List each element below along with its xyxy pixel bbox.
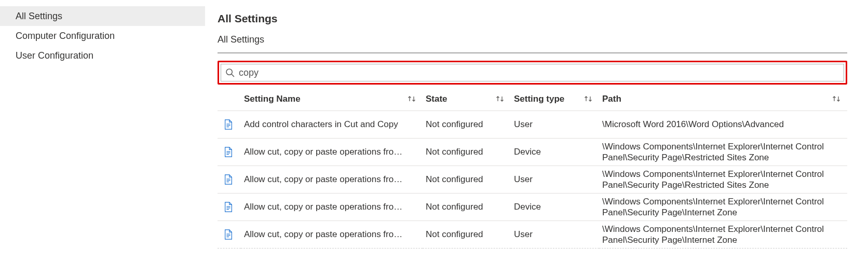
cell-setting-name: Allow cut, copy or paste operations fro…: [244, 202, 419, 212]
column-header-setting-name[interactable]: Setting Name: [241, 89, 423, 111]
cell-path: \Windows Components\Internet Explorer\In…: [602, 224, 824, 245]
search-input[interactable]: [235, 67, 839, 78]
sidebar-item-all-settings[interactable]: All Settings: [0, 6, 205, 26]
search-highlight-box: [218, 61, 847, 85]
cell-state: Not configured: [426, 119, 483, 129]
breadcrumb[interactable]: All Settings: [218, 34, 847, 45]
divider: [218, 52, 847, 53]
main-panel: All Settings All Settings Setting Name: [205, 0, 868, 262]
cell-path: \Windows Components\Internet Explorer\In…: [602, 142, 824, 162]
document-icon: [224, 202, 233, 212]
document-icon: [224, 119, 233, 130]
cell-setting-type: Device: [514, 147, 541, 157]
column-header-label: Setting type: [514, 94, 564, 104]
cell-setting-type: User: [514, 229, 533, 239]
svg-line-1: [232, 74, 234, 77]
table-row[interactable]: Allow cut, copy or paste operations fro……: [218, 221, 847, 249]
cell-setting-type: User: [514, 119, 533, 129]
column-header-icon: [218, 89, 241, 111]
table-row[interactable]: Add control characters in Cut and Copy N…: [218, 111, 847, 139]
column-header-state[interactable]: State: [423, 89, 511, 111]
sidebar-item-computer-configuration[interactable]: Computer Configuration: [0, 26, 205, 46]
cell-setting-name: Allow cut, copy or paste operations fro…: [244, 174, 419, 185]
document-icon: [224, 229, 233, 240]
settings-table-body: Add control characters in Cut and Copy N…: [218, 111, 847, 249]
cell-path: \Microsoft Word 2016\Word Options\Advanc…: [602, 119, 784, 129]
document-icon: [224, 174, 233, 185]
table-row[interactable]: Allow cut, copy or paste operations fro……: [218, 194, 847, 221]
column-header-path[interactable]: Path: [599, 89, 847, 111]
sidebar-item-user-configuration[interactable]: User Configuration: [0, 46, 205, 65]
cell-state: Not configured: [426, 174, 483, 184]
cell-path: \Windows Components\Internet Explorer\In…: [602, 169, 824, 190]
cell-setting-name: Allow cut, copy or paste operations fro…: [244, 229, 419, 240]
cell-setting-type: User: [514, 174, 533, 184]
page-title: All Settings: [218, 12, 847, 25]
table-row[interactable]: Allow cut, copy or paste operations fro……: [218, 139, 847, 166]
column-header-label: State: [426, 94, 447, 104]
table-row[interactable]: Allow cut, copy or paste operations fro……: [218, 166, 847, 194]
svg-point-0: [226, 69, 232, 75]
sort-icon[interactable]: [407, 95, 417, 106]
cell-state: Not configured: [426, 147, 483, 157]
sort-icon[interactable]: [832, 95, 842, 106]
cell-setting-name: Allow cut, copy or paste operations fro…: [244, 147, 419, 157]
sidebar: All Settings Computer Configuration User…: [0, 0, 205, 262]
sort-icon[interactable]: [584, 95, 594, 106]
sort-icon[interactable]: [495, 95, 506, 106]
cell-setting-type: Device: [514, 202, 541, 212]
cell-path: \Windows Components\Internet Explorer\In…: [602, 197, 824, 217]
cell-state: Not configured: [426, 202, 483, 212]
cell-state: Not configured: [426, 229, 483, 239]
settings-table: Setting Name State: [218, 89, 847, 249]
column-header-setting-type[interactable]: Setting type: [511, 89, 599, 111]
column-header-label: Path: [602, 94, 621, 104]
column-header-label: Setting Name: [244, 94, 301, 104]
cell-setting-name: Add control characters in Cut and Copy: [244, 119, 419, 130]
search-box[interactable]: [221, 64, 844, 81]
document-icon: [224, 147, 233, 157]
search-icon: [225, 68, 235, 77]
